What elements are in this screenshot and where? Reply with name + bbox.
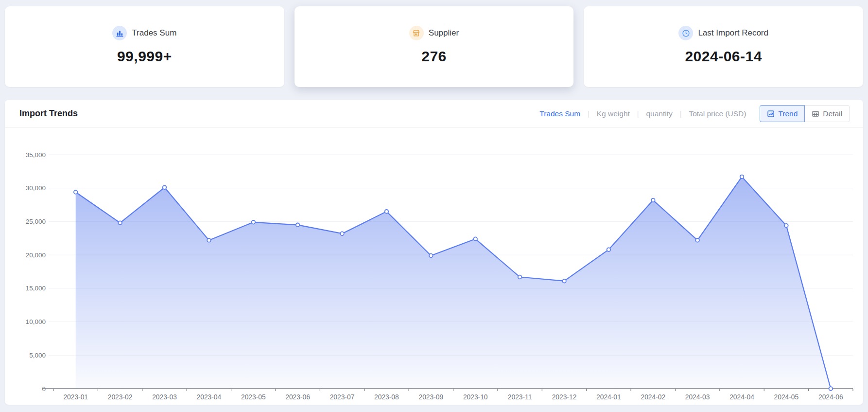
x-axis-tick-label: 2024-06 (818, 394, 843, 401)
metric-tab-trades-sum[interactable]: Trades Sum (538, 109, 581, 118)
panel-header: Import Trends Trades Sum|Kg weight|quant… (5, 100, 863, 128)
detail-button-label: Detail (823, 109, 842, 118)
metric-tab-kg-weight[interactable]: Kg weight (596, 109, 631, 118)
page-title: Import Trends (19, 108, 78, 119)
data-point[interactable] (740, 175, 744, 179)
card-value: 99,999+ (117, 48, 172, 65)
data-point[interactable] (163, 186, 167, 190)
data-point[interactable] (651, 198, 655, 202)
tab-separator: | (588, 110, 590, 118)
data-point[interactable] (296, 223, 300, 227)
trend-chart: 05,00010,00015,00020,00025,00030,00035,0… (5, 128, 863, 405)
x-axis-tick-label: 2023-06 (285, 394, 310, 401)
data-point[interactable] (473, 237, 477, 241)
x-axis-tick-label: 2023-08 (374, 394, 399, 401)
x-axis-tick-label: 2023-01 (63, 394, 88, 401)
data-point[interactable] (829, 387, 833, 391)
data-point[interactable] (74, 190, 78, 194)
data-point[interactable] (252, 220, 256, 224)
view-toggle: Trend Detail (760, 105, 850, 122)
trend-chart-svg: 05,00010,00015,00020,00025,00030,00035,0… (5, 128, 863, 405)
card-value: 276 (421, 48, 447, 65)
data-point[interactable] (385, 210, 389, 214)
x-axis-tick-label: 2023-07 (330, 394, 355, 401)
x-axis-tick-label: 2023-12 (552, 394, 577, 401)
data-point[interactable] (207, 238, 211, 242)
y-axis-tick-label: 35,000 (26, 151, 46, 159)
import-trends-panel: Import Trends Trades Sum|Kg weight|quant… (5, 100, 863, 405)
x-axis-tick-label: 2023-05 (241, 394, 266, 401)
x-axis-tick-label: 2023-09 (418, 394, 443, 401)
data-point[interactable] (340, 232, 344, 235)
x-axis-tick-label: 2023-11 (508, 394, 532, 401)
x-axis-tick-label: 2023-10 (463, 394, 488, 401)
trend-button-label: Trend (778, 109, 798, 118)
metric-tabs: Trades Sum|Kg weight|quantity|Total pric… (538, 109, 747, 118)
x-axis-tick-label: 2023-02 (108, 394, 133, 401)
y-axis-tick-label: 15,000 (26, 285, 46, 292)
card-supplier: Supplier 276 (295, 6, 574, 87)
tab-separator: | (680, 110, 682, 118)
x-axis-tick-label: 2024-04 (729, 394, 754, 401)
y-axis-tick-label: 30,000 (26, 184, 46, 192)
trend-button[interactable]: Trend (760, 105, 805, 122)
data-point[interactable] (429, 254, 433, 258)
detail-button[interactable]: Detail (805, 105, 850, 122)
area-fill (76, 177, 831, 389)
data-point[interactable] (562, 279, 566, 283)
y-axis-tick-label: 25,000 (26, 218, 46, 225)
y-axis-tick-label: 20,000 (26, 251, 46, 259)
card-label: Supplier (429, 28, 459, 38)
x-axis-tick-label: 2024-01 (596, 394, 621, 401)
x-axis-tick-label: 2023-03 (152, 394, 177, 401)
metric-tab-total-price-usd-[interactable]: Total price (USD) (688, 109, 747, 118)
card-trades-sum: Trades Sum 99,999+ (5, 6, 284, 87)
detail-icon (812, 110, 819, 118)
x-axis-tick-label: 2024-05 (774, 394, 799, 401)
card-last-import-record: Last Import Record 2024-06-14 (584, 6, 863, 87)
shop-icon (409, 26, 424, 40)
data-point[interactable] (695, 238, 699, 242)
x-axis-tick-label: 2023-04 (197, 394, 222, 401)
x-axis-tick-label: 2024-03 (685, 394, 710, 401)
data-point[interactable] (118, 221, 122, 225)
data-point[interactable] (784, 224, 788, 228)
card-label: Last Import Record (698, 28, 768, 38)
y-axis-tick-label: 5,000 (29, 352, 46, 359)
stat-cards-row: Trades Sum 99,999+ Supplier 276 (0, 0, 868, 87)
card-label: Trades Sum (132, 28, 176, 38)
x-axis-tick-label: 2024-02 (641, 394, 665, 401)
trend-icon (767, 110, 775, 118)
metric-tab-quantity[interactable]: quantity (645, 109, 674, 118)
data-point[interactable] (607, 248, 611, 251)
y-axis-tick-label: 10,000 (26, 318, 46, 325)
card-value: 2024-06-14 (685, 48, 762, 65)
data-point[interactable] (518, 275, 522, 279)
clock-icon (678, 26, 693, 40)
tab-separator: | (637, 110, 639, 118)
bar-chart-icon (112, 26, 127, 40)
